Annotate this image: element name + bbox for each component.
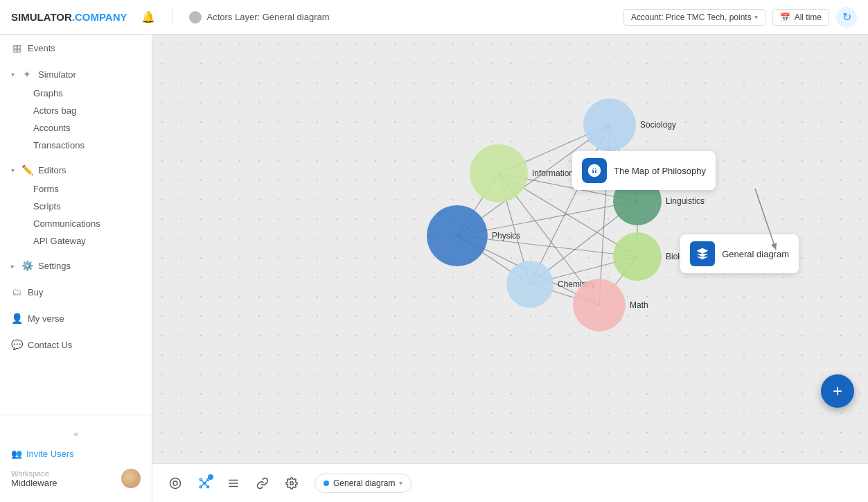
sidebar-item-actors-bag[interactable]: Actors bag [28,102,152,119]
time-selector[interactable]: 📅 All time [772,9,829,26]
sidebar-item-settings[interactable]: ▸ ⚙️ Settings [0,255,152,276]
workspace-info: Workspace Middleware [11,469,57,488]
sidebar-events-section: ▦ Events [0,35,152,61]
simulator-icon: ✦ [21,69,33,80]
settings-icon: ⚙️ [21,260,33,271]
status-dot [189,11,202,24]
workspace-name: Middleware [11,478,57,488]
svg-text:Physics: Physics [492,231,520,241]
svg-text:Sociology: Sociology [640,120,676,130]
sidebar-contact-section: 💬 Contact Us [0,331,152,358]
bell-icon[interactable]: 🔔 [141,10,155,24]
diagram-card-title: General diagram [722,249,789,259]
sidebar-item-scripts[interactable]: Scripts [28,198,152,215]
topbar-right: Account: Price TMC Tech, points ▾ 📅 All … [623,7,857,28]
diagram-tab-dot [324,481,329,486]
account-label: Account: Price TMC Tech, points [631,12,752,22]
sidebar-buy-section: 🗂 Buy [0,279,152,305]
layout: ▦ Events ▾ ✦ Simulator Graphs Actors bag… [0,35,868,502]
logo-company: .COMPANY [72,11,127,23]
svg-point-19 [583,98,636,151]
sidebar-item-buy[interactable]: 🗂 Buy [0,282,152,302]
network-layout-button[interactable] [193,471,216,495]
svg-line-47 [204,483,208,487]
svg-point-37 [170,478,181,488]
sidebar-item-accounts[interactable]: Accounts [28,119,152,137]
buy-icon: 🗂 [11,286,22,297]
actors-bag-label: Actors bag [33,105,76,116]
svg-point-33 [591,166,594,168]
invite-users-label: Invite Users [26,449,74,459]
graphs-label: Graphs [33,88,63,98]
sidebar-item-communications[interactable]: Communications [28,215,152,232]
sidebar-editors-section: ▾ ✏️ Editors Forms Scripts Communication… [0,157,152,252]
collapse-label: « [73,429,78,439]
settings-toolbar-button[interactable] [280,471,303,495]
sidebar-settings-label: Settings [38,261,71,271]
refresh-button[interactable]: ↻ [836,7,857,28]
sidebar-item-api-gateway[interactable]: API Gateway [28,232,152,250]
graph-node-physics[interactable]: Physics [427,205,520,266]
svg-point-25 [427,205,488,266]
sidebar-item-simulator[interactable]: ▾ ✦ Simulator [0,64,152,85]
events-icon: ▦ [11,42,22,53]
topbar: SIMULATOR.COMPANY 🔔 Actors Layer: Genera… [0,0,868,35]
sidebar-item-transactions[interactable]: Transactions [28,137,152,154]
svg-line-45 [204,479,208,483]
diagram-tab-container: General diagram ▾ [315,474,411,493]
page-title-area: Actors Layer: General diagram [189,11,330,24]
svg-line-3 [530,125,610,284]
sidebar-item-events[interactable]: ▦ Events [0,37,152,58]
diagram-card[interactable]: General diagram [680,234,799,273]
sidebar-item-contact-us[interactable]: 💬 Contact Us [0,334,152,355]
svg-point-31 [573,279,626,331]
contact-icon: 💬 [11,339,22,350]
collapse-button[interactable]: « [11,424,141,444]
logo-simulator: SIMULATOR [11,11,72,23]
sidebar-simulator-label: Simulator [38,69,76,80]
sidebar-buy-label: Buy [28,287,43,297]
svg-line-46 [201,483,204,487]
arrow-right-icon-settings: ▸ [11,262,15,270]
sidebar-item-graphs[interactable]: Graphs [28,85,152,102]
sidebar-contact-label: Contact Us [28,340,72,350]
list-view-button[interactable] [222,471,245,495]
sidebar-settings-section: ▸ ⚙️ Settings [0,252,152,279]
svg-point-27 [613,232,662,281]
my-verse-icon: 👤 [11,313,22,324]
account-selector[interactable]: Account: Price TMC Tech, points ▾ [623,9,765,26]
diagram-tab-label: General diagram [333,478,395,488]
graph-node-sociology[interactable]: Sociology [583,98,676,151]
diagram-tab-chevron: ▾ [399,479,402,487]
map-card-icon [582,158,607,183]
transactions-label: Transactions [33,140,85,150]
diagram-tab[interactable]: General diagram ▾ [315,474,411,493]
map-card[interactable]: The Map of Philosophy [572,151,716,190]
sidebar-events-label: Events [28,43,55,53]
simulator-submenu: Graphs Actors bag Accounts Transactions [0,85,152,154]
arrow-down-icon: ▾ [11,71,15,78]
fab-button[interactable]: + [821,374,854,408]
sidebar-item-forms[interactable]: Forms [28,180,152,198]
fab-label: + [833,381,842,401]
graph-node-math[interactable]: Math [573,279,648,331]
workspace-label: Workspace [11,469,57,478]
sidebar-item-editors[interactable]: ▾ ✏️ Editors [0,159,152,180]
topbar-divider [172,9,172,26]
api-gateway-label: API Gateway [33,236,86,246]
svg-point-34 [596,166,599,168]
svg-point-29 [506,261,553,308]
circle-layout-button[interactable] [163,471,187,495]
svg-point-51 [290,481,294,485]
invite-users-button[interactable]: 👥 Invite Users [11,444,141,463]
time-label: All time [795,12,822,22]
communications-label: Communications [33,218,100,229]
editors-submenu: Forms Scripts Communications API Gateway [0,180,152,250]
arrow-down-icon-editors: ▾ [11,166,15,174]
svg-point-38 [173,481,177,485]
page-title: Actors Layer: General diagram [207,12,330,22]
notification-badge [208,474,213,480]
link-button[interactable] [251,471,274,495]
chevron-down-icon: ▾ [754,13,758,21]
sidebar-item-my-verse[interactable]: 👤 My verse [0,308,152,329]
